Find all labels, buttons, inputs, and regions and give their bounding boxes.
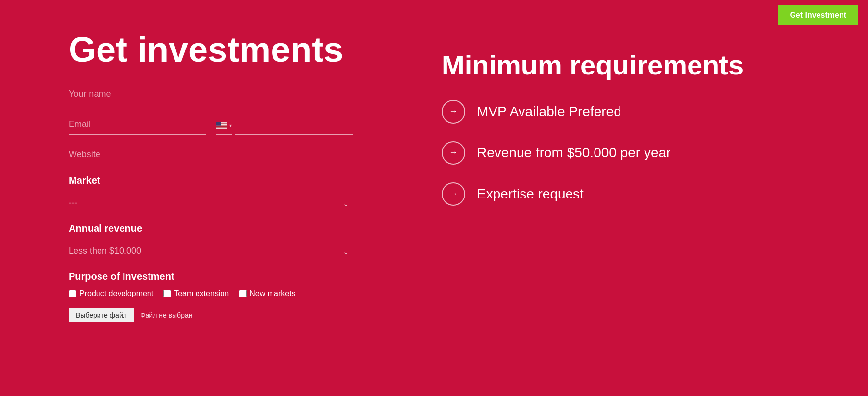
checkbox-new-markets-label: New markets <box>249 289 295 298</box>
checkbox-team-extension-input[interactable] <box>163 290 171 297</box>
phone-flag-chevron: ▾ <box>229 123 232 128</box>
svg-rect-5 <box>216 127 227 127</box>
annual-revenue-select[interactable]: Less then $10.000 $10.000 - $50.000 $50.… <box>69 241 353 261</box>
phone-input[interactable] <box>235 114 353 135</box>
requirement-text-expertise: Expertise request <box>477 186 584 202</box>
checkbox-team-extension-label: Team extension <box>174 289 229 298</box>
svg-rect-6 <box>216 128 227 129</box>
column-divider <box>402 30 402 322</box>
requirement-item-revenue: → Revenue from $50.000 per year <box>442 141 799 165</box>
market-label: Market <box>69 175 353 186</box>
file-choose-button[interactable]: Выберите файл <box>69 308 134 322</box>
annual-revenue-label: Annual revenue <box>69 223 353 234</box>
get-investment-button[interactable]: Get Investment <box>778 5 858 25</box>
website-input[interactable] <box>69 145 353 165</box>
svg-rect-4 <box>216 126 227 126</box>
name-input[interactable] <box>69 84 353 104</box>
email-input[interactable] <box>69 114 206 135</box>
market-select[interactable]: --- Technology Finance Healthcare Retail <box>69 193 353 213</box>
requirement-arrow-icon-1: → <box>442 100 465 124</box>
phone-flag-selector[interactable]: ▾ <box>216 122 232 135</box>
requirement-text-mvp: MVP Available Prefered <box>477 104 621 120</box>
checkbox-new-markets[interactable]: New markets <box>239 289 295 298</box>
svg-rect-7 <box>216 122 221 126</box>
requirement-item-mvp: → MVP Available Prefered <box>442 100 799 124</box>
checkbox-product-development-label: Product development <box>79 289 153 298</box>
purpose-label: Purpose of Investment <box>69 271 353 282</box>
requirements-title: Minimum requirements <box>442 50 799 80</box>
requirement-item-expertise: → Expertise request <box>442 182 799 206</box>
requirement-arrow-icon-2: → <box>442 141 465 165</box>
file-none-label: Файл не выбран <box>140 311 193 319</box>
checkbox-product-development-input[interactable] <box>69 290 76 297</box>
checkbox-team-extension[interactable]: Team extension <box>163 289 229 298</box>
requirement-text-revenue: Revenue from $50.000 per year <box>477 145 670 161</box>
us-flag-icon <box>216 122 227 129</box>
checkbox-product-development[interactable]: Product development <box>69 289 153 298</box>
page-title: Get investments <box>69 30 353 69</box>
checkbox-new-markets-input[interactable] <box>239 290 247 297</box>
requirement-arrow-icon-3: → <box>442 182 465 206</box>
